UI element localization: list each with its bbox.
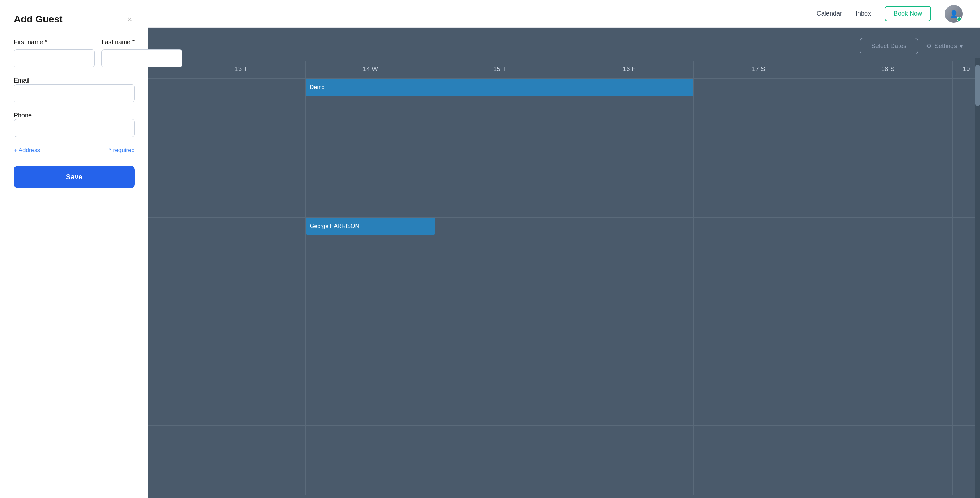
cell-17-5[interactable] bbox=[694, 356, 823, 426]
cell-17-4[interactable] bbox=[694, 287, 823, 356]
cell-16-6[interactable] bbox=[564, 426, 694, 495]
cell-17-1[interactable] bbox=[694, 79, 823, 148]
time-label-4 bbox=[148, 287, 176, 356]
calendar-row-5 bbox=[148, 356, 980, 426]
day-header-14: 14 W bbox=[305, 61, 435, 78]
cell-16-2[interactable] bbox=[564, 148, 694, 217]
cell-16-5[interactable] bbox=[564, 356, 694, 426]
calendar-row-3: George HARRISON bbox=[148, 217, 980, 287]
email-group: Email bbox=[14, 77, 135, 102]
calendar-body: Demo bbox=[148, 79, 980, 495]
cell-13-6[interactable] bbox=[176, 426, 305, 495]
cell-14-2[interactable] bbox=[305, 148, 435, 217]
cell-14-5[interactable] bbox=[305, 356, 435, 426]
cell-13-5[interactable] bbox=[176, 356, 305, 426]
time-label-6 bbox=[148, 426, 176, 495]
chevron-down-icon: ▾ bbox=[959, 43, 963, 50]
calendar-row-1: Demo bbox=[148, 79, 980, 148]
phone-input[interactable] bbox=[14, 119, 135, 137]
email-label: Email bbox=[14, 77, 29, 84]
scrollbar-track[interactable] bbox=[975, 57, 980, 498]
cell-18-1[interactable] bbox=[823, 79, 952, 148]
cell-14-1[interactable]: Demo bbox=[305, 79, 435, 148]
cell-17-2[interactable] bbox=[694, 148, 823, 217]
phone-group: Phone bbox=[14, 112, 135, 137]
time-label-1 bbox=[148, 79, 176, 148]
avatar-image: 👤 bbox=[945, 5, 963, 23]
inbox-nav-link[interactable]: Inbox bbox=[856, 10, 871, 17]
calendar-row-2 bbox=[148, 148, 980, 217]
cell-16-4[interactable] bbox=[564, 287, 694, 356]
name-row: First name * Last name * bbox=[14, 39, 135, 67]
cell-13-1[interactable] bbox=[176, 79, 305, 148]
calendar-grid: 13 T 14 W 15 T 16 F 17 S 18 S 19 Demo bbox=[148, 57, 980, 498]
calendar-row-4 bbox=[148, 287, 980, 356]
calendar-nav-link[interactable]: Calendar bbox=[817, 10, 842, 17]
cell-18-6[interactable] bbox=[823, 426, 952, 495]
phone-label: Phone bbox=[14, 112, 32, 119]
george-event-label: George HARRISON bbox=[310, 223, 359, 229]
scrollbar-thumb[interactable] bbox=[975, 65, 980, 106]
cell-18-5[interactable] bbox=[823, 356, 952, 426]
time-label-5 bbox=[148, 356, 176, 426]
first-name-input[interactable] bbox=[14, 49, 95, 67]
cell-14-4[interactable] bbox=[305, 287, 435, 356]
book-now-button[interactable]: Book Now bbox=[885, 6, 931, 21]
cell-16-3[interactable] bbox=[564, 217, 694, 287]
add-address-link[interactable]: + Address bbox=[14, 147, 40, 154]
first-name-label: First name * bbox=[14, 39, 95, 46]
time-label-3 bbox=[148, 217, 176, 287]
cell-14-6[interactable] bbox=[305, 426, 435, 495]
first-name-group: First name * bbox=[14, 39, 95, 67]
george-harrison-event[interactable]: George HARRISON bbox=[306, 217, 435, 235]
cell-14-3[interactable]: George HARRISON bbox=[305, 217, 435, 287]
form-actions-row: + Address * required bbox=[14, 147, 135, 154]
calendar-row-6 bbox=[148, 426, 980, 495]
cell-18-4[interactable] bbox=[823, 287, 952, 356]
cell-13-3[interactable] bbox=[176, 217, 305, 287]
cell-13-2[interactable] bbox=[176, 148, 305, 217]
save-button[interactable]: Save bbox=[14, 166, 135, 188]
email-input[interactable] bbox=[14, 84, 135, 102]
settings-label: Settings bbox=[934, 43, 957, 50]
day-header-16: 16 F bbox=[564, 61, 694, 78]
cell-18-2[interactable] bbox=[823, 148, 952, 217]
calendar-header-row: 13 T 14 W 15 T 16 F 17 S 18 S 19 bbox=[148, 61, 980, 79]
avatar[interactable]: 👤 bbox=[945, 5, 963, 23]
settings-button[interactable]: ⚙ Settings ▾ bbox=[926, 43, 963, 50]
cell-15-3[interactable] bbox=[435, 217, 565, 287]
cell-15-6[interactable] bbox=[435, 426, 565, 495]
panel-header: Add Guest × bbox=[0, 0, 148, 32]
calendar-toolbar: Select Dates ⚙ Settings ▾ bbox=[148, 28, 980, 57]
demo-event-label: Demo bbox=[310, 84, 325, 91]
last-name-input[interactable] bbox=[102, 49, 182, 67]
cell-13-4[interactable] bbox=[176, 287, 305, 356]
cell-15-2[interactable] bbox=[435, 148, 565, 217]
close-button[interactable]: × bbox=[125, 14, 135, 24]
cell-15-5[interactable] bbox=[435, 356, 565, 426]
calendar-panel: Calendar Inbox Book Now 👤 Select Dates ⚙… bbox=[148, 0, 980, 498]
gear-icon: ⚙ bbox=[926, 43, 932, 50]
form-body: First name * Last name * Email Phone + A… bbox=[0, 32, 148, 498]
select-dates-button[interactable]: Select Dates bbox=[860, 38, 918, 54]
panel-title: Add Guest bbox=[14, 14, 63, 25]
cell-17-3[interactable] bbox=[694, 217, 823, 287]
demo-event[interactable]: Demo bbox=[306, 79, 694, 96]
day-header-15: 15 T bbox=[435, 61, 565, 78]
day-header-17: 17 S bbox=[694, 61, 823, 78]
cell-15-4[interactable] bbox=[435, 287, 565, 356]
last-name-label: Last name * bbox=[102, 39, 182, 46]
day-header-18: 18 S bbox=[823, 61, 952, 78]
top-nav: Calendar Inbox Book Now 👤 bbox=[148, 0, 980, 28]
add-guest-panel: Add Guest × First name * Last name * Ema… bbox=[0, 0, 148, 498]
day-header-13: 13 T bbox=[176, 61, 305, 78]
required-note: * required bbox=[109, 147, 135, 154]
cell-17-6[interactable] bbox=[694, 426, 823, 495]
cell-18-3[interactable] bbox=[823, 217, 952, 287]
last-name-group: Last name * bbox=[102, 39, 182, 67]
time-label-2 bbox=[148, 148, 176, 217]
